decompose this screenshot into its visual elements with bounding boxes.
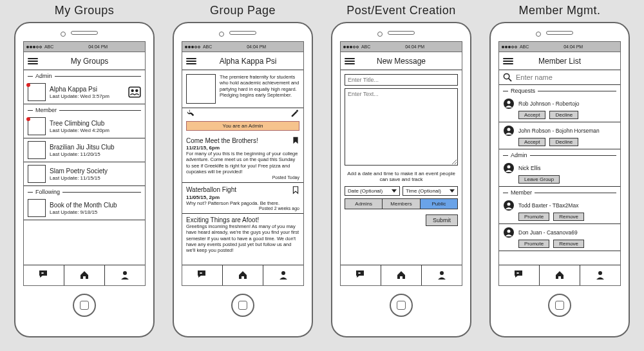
post-item[interactable]: Exciting Things are Afoot! Greetings inc… xyxy=(182,214,303,256)
bookmark-icon[interactable] xyxy=(292,185,299,194)
chevron-down-icon xyxy=(450,189,455,193)
audience-tab-public[interactable]: Public xyxy=(421,199,457,209)
group-description: The premiere fraternity for students who… xyxy=(220,74,299,104)
home-button[interactable] xyxy=(73,294,96,317)
chevron-down-icon xyxy=(392,189,397,193)
avatar-icon xyxy=(503,162,515,174)
member-search-input[interactable] xyxy=(516,73,616,81)
tab-profile[interactable] xyxy=(263,265,303,285)
page-title: My Groups xyxy=(38,57,141,66)
status-bar: ABC 04:04 PM xyxy=(499,42,620,52)
accept-button[interactable]: Accept xyxy=(518,111,545,119)
menu-icon[interactable] xyxy=(503,58,513,64)
audience-tab-admins[interactable]: Admins xyxy=(345,199,383,209)
home-button[interactable] xyxy=(231,294,254,317)
phone-frame: ABC 04:04 PM My Groups Admin Alpha Kappa… xyxy=(14,22,155,337)
group-item-tree[interactable]: Tree Climbing ClubLast Update: Wed 4:20p… xyxy=(24,115,145,138)
request-item: Rob Johnson - Robertojo AcceptDecline xyxy=(499,95,620,122)
remove-button[interactable]: Remove xyxy=(553,240,584,248)
event-hint: Add a date and time to make it an event … xyxy=(345,171,458,182)
tab-profile[interactable] xyxy=(422,265,462,285)
group-item-bjj[interactable]: Brazilian Jiu Jitsu ClubLast Update: 11/… xyxy=(24,138,145,162)
tab-chat[interactable] xyxy=(341,265,381,285)
remove-button[interactable]: Remove xyxy=(553,213,584,221)
avatar-icon xyxy=(503,200,515,211)
group-item-book[interactable]: Book of the Month ClubLast Update: 9/18/… xyxy=(24,196,145,220)
home-button[interactable] xyxy=(390,294,413,317)
page-title: Member List xyxy=(513,57,606,66)
decline-button[interactable]: Decline xyxy=(549,138,578,146)
post-item[interactable]: Come Meet the Brothers! 11/21/15, 6pm Fo… xyxy=(182,133,303,183)
tab-chat[interactable] xyxy=(24,265,64,285)
decline-button[interactable]: Decline xyxy=(549,111,578,119)
status-bar: ABC 04:04 PM xyxy=(341,42,462,52)
section-following: Following xyxy=(28,189,141,195)
section-member: Member xyxy=(28,107,141,113)
promote-button[interactable]: Promote xyxy=(518,213,549,221)
unread-dot xyxy=(26,83,30,87)
status-bar: ABC 04:04 PM xyxy=(182,42,303,52)
submit-button[interactable]: Submit xyxy=(426,214,458,226)
tab-home[interactable] xyxy=(381,265,422,285)
menu-icon[interactable] xyxy=(345,58,355,64)
title-input[interactable] xyxy=(345,74,458,86)
column-title: Member Mgmt. xyxy=(518,4,600,19)
home-button[interactable] xyxy=(548,294,571,317)
tab-home[interactable] xyxy=(64,265,105,285)
phone-frame: ABC 04:04 PM Member List Requests Rob Jo… xyxy=(489,22,630,337)
group-item-akp[interactable]: Alpha Kappa PsiLast Update: Wed 3:57pm xyxy=(24,81,145,104)
section-member: Member xyxy=(503,189,616,196)
avatar-icon xyxy=(503,125,515,137)
pencil-icon[interactable] xyxy=(290,108,299,117)
promote-button[interactable]: Promote xyxy=(518,240,549,248)
accept-button[interactable]: Accept xyxy=(518,138,545,146)
section-admin: Admin xyxy=(503,152,616,158)
page-title: New Message xyxy=(355,57,448,66)
page-title: Alpha Kappa Psi xyxy=(196,57,299,66)
tab-home[interactable] xyxy=(540,265,580,285)
tab-chat[interactable] xyxy=(182,265,223,285)
group-icon xyxy=(128,86,141,98)
column-title: Group Page xyxy=(210,4,276,19)
column-title: My Groups xyxy=(55,4,115,19)
tab-profile[interactable] xyxy=(105,265,145,285)
bookmark-icon[interactable] xyxy=(292,136,299,145)
tab-chat[interactable] xyxy=(499,265,540,285)
search-icon xyxy=(503,73,512,82)
admin-item: Nick Ellis Leave Group xyxy=(499,160,620,187)
tab-profile[interactable] xyxy=(580,265,620,285)
avatar-icon xyxy=(503,227,515,238)
group-thumb xyxy=(28,83,46,101)
menu-icon[interactable] xyxy=(186,58,196,64)
date-select[interactable]: Date (Optional) xyxy=(345,186,400,196)
group-item-slam[interactable]: Slam Poetry SocietyLast Update: 11/15/15 xyxy=(24,162,145,186)
menu-icon[interactable] xyxy=(28,58,38,64)
status-bar: ABC 04:04 PM xyxy=(24,42,145,52)
audience-tab-members[interactable]: Members xyxy=(383,199,420,209)
request-item: John Robson - Bojohn Horseman AcceptDecl… xyxy=(499,122,620,149)
phone-frame: ABC 04:04 PM Alpha Kappa Psi The premier… xyxy=(173,22,313,337)
tab-home[interactable] xyxy=(223,265,263,285)
member-item: Todd Baxter - TBax2Max PromoteRemove xyxy=(499,197,620,224)
body-textarea[interactable] xyxy=(345,88,458,166)
post-item[interactable]: Waterballon Fight 11/05/15, 2pm Why not?… xyxy=(182,183,303,214)
column-title: Post/Event Creation xyxy=(346,4,456,19)
group-thumb xyxy=(186,74,216,104)
admin-banner: You are an Admin xyxy=(186,121,299,131)
time-select[interactable]: Time (Optional) xyxy=(402,186,458,196)
unread-dot xyxy=(26,117,30,121)
wrench-icon[interactable] xyxy=(186,108,195,117)
member-item: Don Juan - Casanova69 PromoteRemove xyxy=(499,224,620,251)
phone-frame: ABC 04:04 PM New Message Add a date and … xyxy=(331,22,471,337)
avatar-icon xyxy=(503,98,515,109)
section-admin: Admin xyxy=(28,73,141,79)
leave-group-button[interactable]: Leave Group xyxy=(518,175,560,184)
section-requests: Requests xyxy=(503,88,616,94)
